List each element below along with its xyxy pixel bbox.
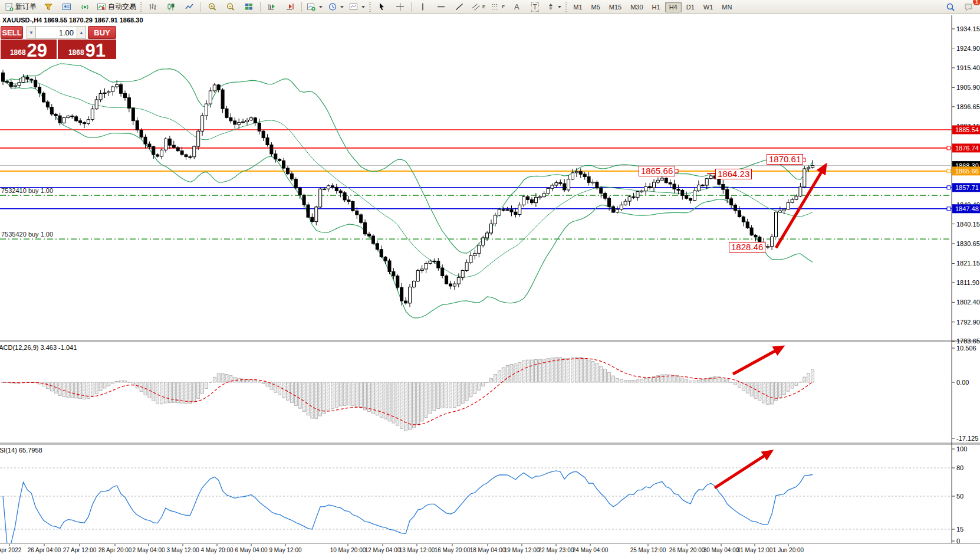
volume-increase-button[interactable]: ▲ bbox=[77, 26, 86, 39]
candlestick-chart-icon bbox=[166, 2, 176, 11]
bid-price[interactable]: 1868 29 bbox=[1, 40, 57, 59]
candle-body bbox=[669, 183, 672, 184]
vline-tool-button[interactable] bbox=[414, 0, 432, 14]
price-callout[interactable]: 1828.46 bbox=[729, 242, 765, 253]
macd-histogram-bar bbox=[331, 382, 334, 409]
candle-body bbox=[136, 121, 139, 130]
chart-shift-button[interactable] bbox=[281, 0, 299, 14]
macd-histogram-bar bbox=[315, 382, 318, 418]
volume-decrease-button[interactable]: ▼ bbox=[27, 26, 36, 39]
notifications-button[interactable]: 1 bbox=[960, 0, 978, 14]
price-callout[interactable]: 1870.61 bbox=[767, 154, 803, 165]
horizontal-levels[interactable] bbox=[0, 130, 952, 211]
candle-body bbox=[465, 263, 468, 271]
tab-timeframe-h4[interactable]: H4 bbox=[665, 2, 682, 12]
auto-scroll-button[interactable] bbox=[263, 0, 281, 14]
trend-arrow[interactable] bbox=[733, 347, 782, 374]
crosshair-tool-button[interactable] bbox=[391, 0, 409, 14]
time-tick-label: 28 Apr 20:00 bbox=[98, 547, 132, 553]
buy-button[interactable]: BUY bbox=[88, 26, 116, 39]
candle-body bbox=[376, 244, 379, 250]
candle-body bbox=[514, 212, 517, 214]
zoom-out-button[interactable] bbox=[222, 0, 239, 14]
candle-body bbox=[176, 147, 179, 151]
candle-body bbox=[364, 222, 367, 234]
macd-histogram-bar bbox=[111, 382, 114, 383]
tab-timeframe-h1[interactable]: H1 bbox=[648, 2, 665, 12]
text-tool-button[interactable]: A bbox=[508, 0, 525, 14]
macd-histogram-bar bbox=[778, 382, 781, 397]
candle-body bbox=[38, 87, 41, 93]
time-tick-label: 9 May 12:00 bbox=[269, 547, 301, 553]
macd-histogram-bar bbox=[209, 382, 212, 383]
sell-button[interactable]: SELL bbox=[1, 26, 23, 39]
equidistant-channel-icon bbox=[471, 2, 481, 11]
zoom-in-button[interactable] bbox=[203, 0, 221, 14]
tab-timeframe-m15[interactable]: M15 bbox=[605, 2, 626, 12]
tab-timeframe-mn[interactable]: MN bbox=[718, 2, 736, 12]
price-callout[interactable]: 1864.23 bbox=[715, 169, 752, 179]
toolbar-separator bbox=[301, 2, 302, 12]
hline-tool-button[interactable] bbox=[432, 0, 450, 14]
data-window-button[interactable] bbox=[58, 0, 75, 14]
macd-histogram-bar bbox=[534, 359, 537, 382]
candle-body bbox=[563, 183, 566, 190]
bar-chart-button[interactable] bbox=[144, 0, 162, 14]
market-watch-button[interactable] bbox=[40, 0, 57, 14]
price-callout[interactable]: 1865.66 bbox=[639, 166, 675, 176]
search-button[interactable] bbox=[942, 0, 959, 14]
tile-windows-button[interactable] bbox=[240, 0, 258, 14]
templates-button[interactable] bbox=[347, 0, 367, 14]
chart-canvas[interactable]: 1934.151924.901915.401905.901896.651887.… bbox=[0, 0, 980, 554]
line-chart-button[interactable] bbox=[180, 0, 198, 14]
macd-histogram-bar bbox=[713, 376, 716, 382]
candle-body bbox=[103, 93, 106, 93]
candlestick-chart-button[interactable] bbox=[162, 0, 180, 14]
tab-timeframe-m30[interactable]: M30 bbox=[626, 2, 647, 12]
time-tick-label: 2 May 04:00 bbox=[132, 547, 165, 553]
candle-body bbox=[754, 235, 757, 237]
channel-glyph: E bbox=[482, 4, 485, 9]
order-lines[interactable] bbox=[0, 195, 952, 239]
new-order-button[interactable]: 新订单 bbox=[2, 0, 39, 14]
signals-button[interactable] bbox=[76, 0, 94, 14]
candle-body bbox=[42, 93, 45, 102]
trend-arrow[interactable] bbox=[715, 451, 771, 488]
macd-histogram-bar bbox=[787, 382, 790, 391]
candle-body bbox=[254, 118, 256, 123]
candle-body bbox=[722, 184, 725, 189]
candle-body bbox=[339, 191, 342, 192]
macd-histogram-bar bbox=[640, 379, 643, 382]
ask-price[interactable]: 1868 91 bbox=[58, 40, 116, 59]
indicators-button[interactable] bbox=[304, 0, 325, 14]
macd-histogram-bar bbox=[429, 382, 432, 414]
macd-histogram-bar bbox=[168, 382, 171, 403]
tab-timeframe-d1[interactable]: D1 bbox=[682, 2, 699, 12]
candle-body bbox=[131, 108, 134, 120]
trend-arrows[interactable] bbox=[675, 158, 826, 488]
tab-timeframe-m5[interactable]: M5 bbox=[587, 2, 604, 12]
trendline-tool-button[interactable] bbox=[450, 0, 468, 14]
arrows-tool-button[interactable] bbox=[544, 0, 564, 14]
tab-timeframe-m1[interactable]: M1 bbox=[569, 2, 586, 12]
candle-body bbox=[449, 284, 452, 286]
candle-body bbox=[453, 284, 456, 286]
trend-arrow[interactable] bbox=[776, 165, 826, 248]
auto-trading-button[interactable]: 自动交易 bbox=[94, 0, 139, 14]
tab-timeframe-w1[interactable]: W1 bbox=[699, 2, 718, 12]
macd-histogram-bar bbox=[83, 382, 86, 399]
candle-body bbox=[2, 73, 5, 81]
candle-body bbox=[787, 202, 790, 209]
macd-histogram-bar bbox=[567, 358, 570, 382]
mt4-window: 新订单 自动交易 bbox=[0, 0, 980, 554]
text-label-tool-button[interactable]: T bbox=[526, 0, 544, 14]
cursor-tool-button[interactable] bbox=[373, 0, 390, 14]
ask-price-minor: 91 bbox=[85, 42, 106, 58]
chat-bubble-icon bbox=[964, 2, 974, 11]
candle-body bbox=[107, 91, 110, 93]
fibonacci-tool-button[interactable]: F bbox=[488, 0, 507, 14]
new-order-label: 新订单 bbox=[15, 2, 37, 12]
volume-input[interactable]: 1.00 bbox=[36, 26, 77, 39]
periods-button[interactable] bbox=[325, 0, 346, 14]
channel-tool-button[interactable]: E bbox=[469, 0, 488, 14]
